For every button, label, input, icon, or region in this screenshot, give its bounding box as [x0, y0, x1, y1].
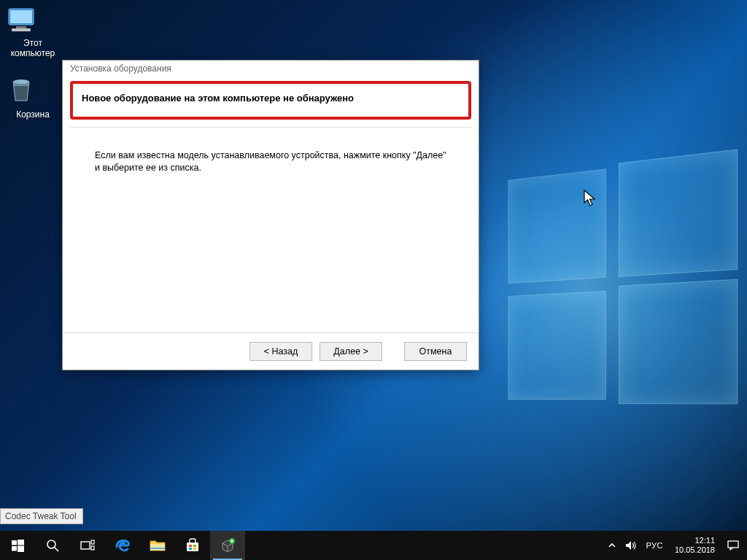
task-view-button[interactable] — [70, 531, 105, 560]
wizard-headline-text: Новое оборудование на этом компьютере не… — [82, 93, 460, 104]
search-button[interactable] — [35, 531, 70, 560]
desktop-icon-label: Этот компьютер — [4, 38, 61, 58]
taskbar: РУС 12:11 10.05.2018 — [0, 531, 747, 560]
svg-rect-11 — [81, 542, 90, 549]
svg-rect-5 — [12, 540, 17, 545]
svg-rect-8 — [18, 545, 24, 552]
svg-point-9 — [47, 540, 55, 548]
svg-rect-2 — [16, 26, 26, 28]
store-button[interactable] — [175, 531, 210, 560]
task-view-icon — [80, 540, 95, 551]
desktop-icon-label: Корзина — [4, 109, 61, 120]
svg-rect-13 — [91, 546, 94, 550]
wizard-headline-highlight: Новое оборудование на этом компьютере не… — [70, 81, 471, 120]
tray-clock[interactable]: 12:11 10.05.2018 — [672, 536, 718, 555]
search-icon — [46, 539, 59, 552]
tray-time: 12:11 — [675, 536, 715, 545]
desktop-icon-recycle-bin[interactable]: Корзина — [4, 73, 61, 120]
svg-point-4 — [13, 79, 29, 84]
svg-rect-14 — [150, 544, 165, 551]
codec-tweak-tool-button[interactable] — [210, 531, 245, 560]
mouse-cursor-icon — [584, 190, 597, 207]
edge-icon — [115, 537, 131, 553]
wizard-footer: < Назад Далее > Отмена — [63, 332, 479, 370]
taskbar-tooltip: Codec Tweak Tool — [0, 508, 83, 524]
windows-logo-backdrop — [508, 154, 738, 409]
edge-button[interactable] — [105, 531, 140, 560]
system-tray: РУС 12:11 10.05.2018 — [603, 531, 747, 560]
svg-rect-22 — [728, 541, 738, 548]
recycle-bin-icon — [4, 73, 38, 106]
next-button[interactable]: Далее > — [320, 342, 382, 361]
back-button[interactable]: < Назад — [249, 342, 312, 361]
svg-rect-19 — [189, 548, 192, 550]
hardware-wizard-window: Установка оборудования Новое оборудовани… — [62, 60, 479, 370]
desktop[interactable]: Этот компьютер Корзина Установка оборудо… — [0, 0, 747, 560]
svg-rect-16 — [187, 542, 198, 551]
wizard-body-text: Если вам известна модель устанавливаемог… — [63, 128, 479, 332]
file-explorer-button[interactable] — [140, 531, 175, 560]
wizard-title: Установка оборудования — [63, 61, 479, 78]
this-pc-icon — [4, 6, 38, 35]
svg-rect-7 — [12, 546, 17, 551]
box-plus-icon — [220, 537, 236, 553]
input-language[interactable]: РУС — [646, 541, 663, 550]
svg-rect-17 — [189, 545, 192, 547]
wizard-header: Новое оборудование на этом компьютере не… — [70, 81, 471, 124]
svg-line-10 — [55, 548, 58, 551]
action-center-icon — [727, 540, 739, 551]
windows-start-icon — [12, 540, 24, 552]
tray-chevron-up-icon[interactable] — [608, 541, 616, 550]
desktop-icon-this-pc[interactable]: Этот компьютер — [4, 6, 61, 58]
svg-rect-18 — [193, 545, 196, 547]
svg-rect-6 — [18, 540, 24, 545]
svg-rect-1 — [10, 10, 32, 23]
svg-rect-3 — [12, 28, 31, 31]
svg-rect-12 — [91, 540, 94, 544]
cancel-button[interactable]: Отмена — [404, 342, 467, 361]
volume-icon[interactable] — [625, 540, 637, 551]
tray-date: 10.05.2018 — [675, 545, 715, 555]
action-center-button[interactable] — [727, 531, 740, 560]
svg-rect-15 — [150, 548, 165, 549]
store-icon — [185, 538, 200, 553]
folder-icon — [150, 539, 166, 552]
start-button[interactable] — [0, 531, 35, 560]
svg-rect-20 — [193, 548, 196, 550]
